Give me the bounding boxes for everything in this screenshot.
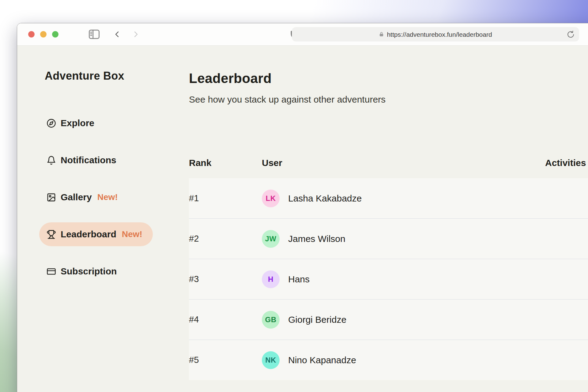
user-cell: GBGiorgi Beridze	[262, 311, 545, 329]
user-name: Hans	[288, 274, 310, 285]
lock-icon	[379, 32, 384, 37]
sidebar-item-notifications[interactable]: Notifications	[39, 148, 127, 172]
sidebar-item-leaderboard[interactable]: LeaderboardNew!	[39, 222, 153, 246]
table-row: #3HHans	[189, 259, 588, 299]
user-cell: NKNino Kapanadze	[262, 351, 545, 369]
sidebar-item-label: Subscription	[61, 266, 117, 277]
sidebar-item-subscription[interactable]: Subscription	[39, 259, 127, 283]
user-cell: JWJames Wilson	[262, 230, 545, 248]
rank-cell: #1	[189, 193, 262, 203]
back-icon[interactable]	[114, 30, 121, 39]
window-controls	[28, 31, 58, 38]
avatar: JW	[262, 230, 280, 248]
leaderboard-page: Leaderboard See how you stack up against…	[189, 46, 588, 392]
sidebar-item-explore[interactable]: Explore	[39, 111, 105, 135]
sidebar: Adventure Box ExploreNotificationsGaller…	[17, 46, 189, 392]
column-header-user: User	[262, 157, 545, 168]
sidebar-item-label: Explore	[61, 118, 94, 128]
user-name: Lasha Kakabadze	[288, 193, 362, 204]
url-text: https://adventurebox.fun/leaderboard	[387, 31, 492, 38]
avatar: NK	[262, 351, 280, 369]
compass-icon	[47, 119, 56, 128]
table-row: #4GBGiorgi Beridze	[189, 299, 588, 340]
app-title: Adventure Box	[45, 70, 189, 82]
avatar: LK	[262, 190, 280, 207]
user-name: James Wilson	[288, 234, 345, 244]
rank-cell: #5	[189, 355, 262, 365]
user-cell: LKLasha Kakabadze	[262, 190, 545, 207]
sidebar-nav: ExploreNotificationsGalleryNew!Leaderboa…	[39, 111, 189, 283]
new-badge: New!	[122, 229, 142, 239]
user-name: Nino Kapanadze	[288, 355, 356, 365]
page-title: Leaderboard	[189, 70, 588, 86]
bell-icon	[47, 156, 56, 165]
image-icon	[47, 193, 56, 202]
forward-icon[interactable]	[132, 30, 139, 39]
address-bar[interactable]: https://adventurebox.fun/leaderboard	[292, 27, 579, 42]
sidebar-item-label: Gallery	[61, 192, 92, 202]
table-row: #1LKLasha Kakabadze	[189, 178, 588, 218]
reload-icon[interactable]	[567, 31, 575, 38]
sidebar-toggle-icon[interactable]	[89, 29, 100, 39]
user-name: Giorgi Beridze	[288, 315, 346, 325]
close-window-button[interactable]	[28, 31, 35, 38]
rank-cell: #2	[189, 234, 262, 244]
app-content: Adventure Box ExploreNotificationsGaller…	[17, 46, 588, 392]
sidebar-item-label: Leaderboard	[61, 229, 116, 239]
rank-cell: #3	[189, 274, 262, 284]
table-row: #5NKNino Kapanadze	[189, 340, 588, 380]
minimize-window-button[interactable]	[40, 31, 47, 38]
browser-toolbar: https://adventurebox.fun/leaderboard	[17, 23, 588, 46]
page-subtitle: See how you stack up against other adven…	[189, 94, 588, 105]
user-cell: HHans	[262, 270, 545, 288]
leaderboard-rows: #1LKLasha Kakabadze#2JWJames Wilson#3HHa…	[189, 178, 588, 380]
sidebar-item-gallery[interactable]: GalleryNew!	[39, 185, 128, 209]
avatar: GB	[262, 311, 280, 329]
new-badge: New!	[97, 192, 118, 202]
zoom-window-button[interactable]	[52, 31, 58, 38]
rank-cell: #4	[189, 315, 262, 325]
table-row: #2JWJames Wilson	[189, 218, 588, 259]
browser-window: https://adventurebox.fun/leaderboard Adv…	[17, 23, 588, 392]
column-header-rank: Rank	[189, 157, 262, 168]
trophy-icon	[47, 230, 56, 239]
column-header-activities: Activities	[545, 157, 588, 168]
credit-card-icon	[47, 267, 56, 276]
table-header: Rank User Activities	[189, 157, 588, 168]
avatar: H	[262, 270, 280, 288]
sidebar-item-label: Notifications	[61, 155, 116, 165]
